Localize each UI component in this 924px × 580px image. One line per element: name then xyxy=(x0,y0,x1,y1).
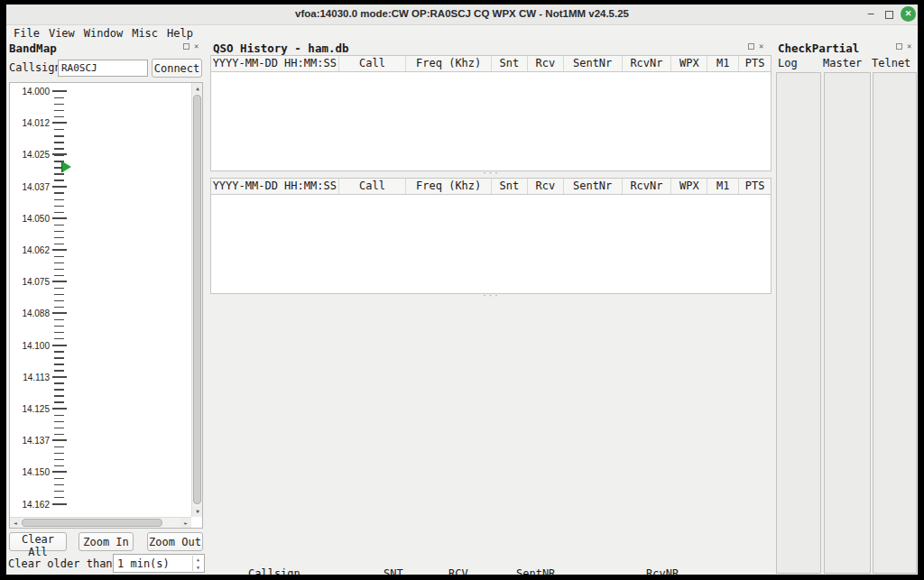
bandmap-header[interactable]: BandMap xyxy=(9,41,57,56)
major-tick xyxy=(52,312,67,314)
column-header[interactable]: Snt xyxy=(492,179,528,194)
bandmap-vertical-scrollbar[interactable]: ▲ ▼ xyxy=(191,83,202,517)
qso-history-header[interactable]: QSO History - ham.db xyxy=(213,41,349,56)
clear-older-spinner[interactable]: 1 min(s) ▲ ▼ xyxy=(113,554,205,573)
checkpartial-title: CheckPartial xyxy=(778,41,859,55)
column-header[interactable]: YYYY-MM-DD HH:MM:SS xyxy=(211,56,339,71)
freq-scale-row: 14.000 xyxy=(10,85,67,97)
qso-history-panel: QSO History - ham.db ✕ YYYY-MM-DD HH:MM:… xyxy=(209,41,772,575)
major-tick xyxy=(52,217,67,219)
float-panel-icon[interactable] xyxy=(896,43,902,50)
column-header[interactable]: Call xyxy=(339,56,407,71)
table-header-row: YYYY-MM-DD HH:MM:SS Call Freq (Khz) Snt … xyxy=(211,56,771,72)
major-tick xyxy=(52,122,67,124)
maximize-button[interactable] xyxy=(882,7,896,22)
horizontal-scroll-thumb[interactable] xyxy=(22,519,162,527)
major-tick xyxy=(52,249,67,251)
close-panel-icon[interactable]: ✕ xyxy=(194,42,199,51)
freq-label: 14.162 xyxy=(10,500,50,510)
close-button[interactable]: ✕ xyxy=(901,6,916,22)
column-header[interactable]: RcvNr xyxy=(623,179,672,194)
major-tick xyxy=(52,153,67,155)
vertical-scroll-thumb[interactable] xyxy=(193,95,201,504)
window-title: vfoa:14030.0 mode:CW OP:RA0SCJ CQ WPX CW… xyxy=(6,8,918,19)
column-header[interactable]: WPX xyxy=(671,179,707,194)
freq-scale-row: 14.012 xyxy=(10,116,67,129)
bandmap-callsign-label: Callsign xyxy=(9,61,61,74)
column-header[interactable]: PTS xyxy=(739,179,771,194)
zoom-in-button[interactable]: Zoom In xyxy=(79,532,134,551)
major-tick xyxy=(52,376,67,378)
spin-up-icon[interactable]: ▲ xyxy=(193,556,203,564)
freq-label: 14.150 xyxy=(10,467,50,477)
bandmap-canvas[interactable]: 14.000 14.012 14.025 14.037 14.050 14.06… xyxy=(9,82,203,529)
column-header[interactable]: Rcv xyxy=(528,56,564,71)
title-bar[interactable]: vfoa:14030.0 mode:CW OP:RA0SCJ CQ WPX CW… xyxy=(6,5,918,25)
connect-button[interactable]: Connect xyxy=(152,59,202,78)
qso-history-table-top: YYYY-MM-DD HH:MM:SS Call Freq (Khz) Snt … xyxy=(210,55,772,171)
spin-down-icon[interactable]: ▼ xyxy=(193,564,203,572)
table-body-empty[interactable] xyxy=(211,195,771,293)
zoom-out-button[interactable]: Zoom Out xyxy=(147,532,203,551)
rcvnr-field-label: RcvNR xyxy=(646,567,679,575)
float-panel-icon[interactable] xyxy=(183,43,189,50)
freq-scale-row: 14.062 xyxy=(10,244,67,256)
column-header[interactable]: RcvNr xyxy=(623,56,672,71)
freq-scale-row: 14.113 xyxy=(10,371,67,383)
clear-all-button[interactable]: Clear All xyxy=(9,532,67,551)
column-header[interactable]: M1 xyxy=(707,56,739,71)
major-tick xyxy=(52,471,67,473)
freq-label: 14.037 xyxy=(10,182,50,192)
minimize-button[interactable]: – xyxy=(864,7,878,22)
menu-help[interactable]: Help xyxy=(166,27,194,40)
close-panel-icon[interactable]: ✕ xyxy=(907,42,911,51)
rcv-field-label: RCV xyxy=(448,567,468,575)
column-header[interactable]: YYYY-MM-DD HH:MM:SS xyxy=(211,179,339,194)
master-list[interactable] xyxy=(824,72,871,574)
freq-label: 14.088 xyxy=(10,308,50,318)
callsign-field-label: Callsign xyxy=(248,567,300,575)
menu-view[interactable]: View xyxy=(48,27,76,40)
column-header[interactable]: SentNr xyxy=(564,56,623,71)
column-header[interactable]: Freq (Khz) xyxy=(406,179,492,194)
scroll-right-icon[interactable]: ► xyxy=(180,518,191,529)
menu-misc[interactable]: Misc xyxy=(131,27,159,40)
log-column-label: Log xyxy=(778,57,798,69)
column-header[interactable]: Freq (Khz) xyxy=(406,56,492,71)
close-panel-icon[interactable]: ✕ xyxy=(759,42,763,51)
major-tick xyxy=(52,281,67,282)
scroll-down-icon[interactable]: ▼ xyxy=(192,506,203,517)
column-header[interactable]: SentNr xyxy=(564,179,623,194)
column-header[interactable]: Call xyxy=(339,179,407,194)
log-entry-area: CW 160 80 40 20 15 10 Callsign SNT RCV S… xyxy=(209,300,772,575)
menu-file[interactable]: File xyxy=(13,27,41,40)
column-header[interactable]: M1 xyxy=(707,179,739,194)
bandmap-title: BandMap xyxy=(9,41,57,55)
splitter-handle[interactable]: ··· xyxy=(210,294,772,300)
telnet-list[interactable] xyxy=(873,72,917,574)
table-body-empty[interactable] xyxy=(211,72,771,170)
major-tick xyxy=(52,408,67,410)
column-header[interactable]: WPX xyxy=(671,56,707,71)
column-header[interactable]: Snt xyxy=(492,56,528,71)
master-column-label: Master xyxy=(823,57,862,69)
freq-label: 14.075 xyxy=(10,277,50,287)
scroll-left-icon[interactable]: ◄ xyxy=(10,518,21,529)
bandmap-horizontal-scrollbar[interactable]: ◄ ► xyxy=(10,517,191,528)
freq-label: 14.113 xyxy=(10,373,50,382)
float-panel-icon[interactable] xyxy=(748,43,754,50)
scroll-up-icon[interactable]: ▲ xyxy=(192,83,203,94)
column-header[interactable]: Rcv xyxy=(528,179,564,194)
log-list[interactable] xyxy=(776,72,821,574)
checkpartial-header[interactable]: CheckPartial xyxy=(778,41,859,56)
checkpartial-dock-icons: ✕ xyxy=(896,42,911,51)
qso-history-dock-icons: ✕ xyxy=(748,42,763,51)
menu-window[interactable]: Window xyxy=(83,27,124,40)
bandmap-callsign-input[interactable]: RA0SCJ xyxy=(58,60,148,77)
splitter-handle[interactable]: ··· xyxy=(210,171,772,178)
column-header[interactable]: PTS xyxy=(739,56,771,71)
vfo-marker-icon xyxy=(62,161,71,172)
major-tick xyxy=(52,186,67,188)
app-window: vfoa:14030.0 mode:CW OP:RA0SCJ CQ WPX CW… xyxy=(6,5,918,575)
snt-field-label: SNT xyxy=(383,567,403,575)
